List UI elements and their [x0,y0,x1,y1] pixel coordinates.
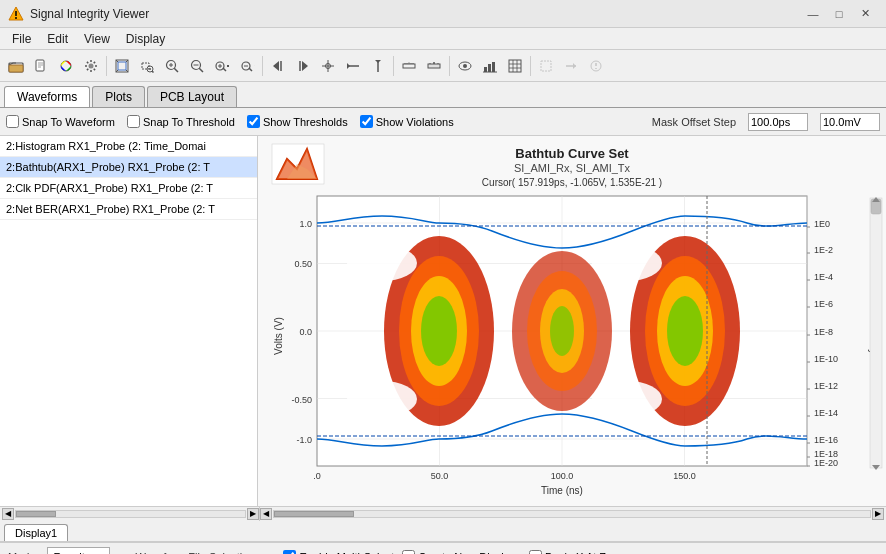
snap-to-waveform-option[interactable]: Snap To Waveform [6,115,115,128]
close-button[interactable]: ✕ [852,4,878,24]
show-violations-option[interactable]: Show Violations [360,115,454,128]
hscroll-plot-left-btn[interactable]: ◀ [260,508,272,520]
toolbar-zoom-out[interactable] [185,54,209,78]
plot-subtitle: SI_AMI_Rx, SI_AMI_Tx [514,162,631,174]
toolbar-disabled1[interactable] [534,54,558,78]
svg-line-23 [174,68,178,72]
mode-select[interactable]: Results Setup [47,547,110,555]
svg-rect-64 [492,62,495,72]
svg-text:1E0: 1E0 [814,219,830,229]
wave-item-bathtub[interactable]: 2:Bathtub(ARX1_Probe) RX1_Probe (2: T [0,157,257,178]
wave-item-histogram[interactable]: 2:Histogram RX1_Probe (2: Time_Domai [0,136,257,157]
tab-waveforms[interactable]: Waveforms [4,86,90,107]
snap-to-threshold-label: Snap To Threshold [143,116,235,128]
toolbar-color[interactable] [54,54,78,78]
app-icon [8,6,24,22]
maximize-button[interactable]: □ [826,4,852,24]
toolbar-open[interactable] [4,54,28,78]
begin-x-zero-label: Begin X At Zero [545,551,622,555]
toolbar-marker-v[interactable] [366,54,390,78]
toolbar-sep1 [106,56,107,76]
show-thresholds-option[interactable]: Show Thresholds [247,115,348,128]
toolbar-zoom-x-in[interactable] [210,54,234,78]
toolbar-zoom-x-out[interactable]: ↔ [235,54,259,78]
svg-line-27 [199,68,203,72]
hscroll-plot-thumb[interactable] [274,511,354,517]
svg-text:1E-16: 1E-16 [814,435,838,445]
mode-label: Mode: [8,551,39,555]
snap-to-waveform-label: Snap To Waveform [22,116,115,128]
svg-point-10 [89,63,94,68]
show-thresholds-checkbox[interactable] [247,115,260,128]
create-new-displays-checkbox[interactable] [402,550,415,554]
hscroll-plot-right-btn[interactable]: ▶ [872,508,884,520]
svg-text:1E-8: 1E-8 [814,327,833,337]
toolbar-zoom-region[interactable] [135,54,159,78]
create-new-displays-option[interactable]: Create New Displays [402,550,521,554]
hscroll-left-btn[interactable]: ◀ [2,508,14,520]
show-violations-label: Show Violations [376,116,454,128]
toolbar-measure1[interactable] [397,54,421,78]
minimize-button[interactable]: — [800,4,826,24]
toolbar-pan-right[interactable] [291,54,315,78]
svg-point-103 [592,381,662,417]
svg-text:0.0: 0.0 [299,327,312,337]
hscroll-left-panel: ◀ ▶ [2,507,260,521]
toolbar-measure2[interactable] [422,54,446,78]
svg-rect-4 [9,65,23,72]
svg-text:1E-14: 1E-14 [814,408,838,418]
toolbar-zoom-fit[interactable] [110,54,134,78]
svg-marker-47 [347,63,350,69]
snap-to-threshold-checkbox[interactable] [127,115,140,128]
toolbar-settings[interactable] [79,54,103,78]
svg-point-101 [347,381,417,417]
svg-text:1E-10: 1E-10 [814,354,838,364]
svg-marker-73 [573,63,576,69]
menu-edit[interactable]: Edit [39,30,76,48]
toolbar-table[interactable] [503,54,527,78]
begin-x-zero-option[interactable]: Begin X At Zero [529,550,622,554]
toolbar-disabled2[interactable] [559,54,583,78]
waveform-file-label: Waveform File Selection: [136,551,258,555]
nav-tabbar: Waveforms Plots PCB Layout [0,82,886,108]
tab-pcb-layout[interactable]: PCB Layout [147,86,237,107]
svg-text:100.0: 100.0 [551,471,574,481]
mask-offset-voltage-input[interactable] [820,113,880,131]
menu-file[interactable]: File [4,30,39,48]
menu-view[interactable]: View [76,30,118,48]
svg-rect-66 [509,60,521,72]
hscroll-right-btn[interactable]: ▶ [247,508,259,520]
svg-text:-0.50: -0.50 [291,395,312,405]
toolbar-disabled3[interactable] [584,54,608,78]
toolbar-zoom-in[interactable] [160,54,184,78]
wave-item-clk-pdf[interactable]: 2:Clk PDF(ARX1_Probe) RX1_Probe (2: T [0,178,257,199]
show-thresholds-label: Show Thresholds [263,116,348,128]
hscroll-left-thumb[interactable] [16,511,56,517]
enable-multi-select-option[interactable]: Enable Multi-Select [283,550,394,554]
tab-plots[interactable]: Plots [92,86,145,107]
wave-item-net-ber[interactable]: 2:Net BER(ARX1_Probe) RX1_Probe (2: T [0,199,257,220]
toolbar-sep4 [449,56,450,76]
toolbar-crosshair[interactable] [316,54,340,78]
toolbar-marker-h[interactable] [341,54,365,78]
svg-rect-62 [484,67,487,72]
hscroll-left-track[interactable] [15,510,246,518]
toolbar-pan-left[interactable] [266,54,290,78]
show-violations-checkbox[interactable] [360,115,373,128]
menu-display[interactable]: Display [118,30,173,48]
toolbar-new[interactable] [29,54,53,78]
display-tab-1[interactable]: Display1 [4,524,68,541]
toolbar-bar[interactable] [478,54,502,78]
svg-text:1E-6: 1E-6 [814,299,833,309]
enable-multi-select-checkbox[interactable] [283,550,296,554]
svg-rect-63 [488,64,491,72]
hscroll-plot-track[interactable] [273,510,871,518]
mask-offset-time-input[interactable] [748,113,808,131]
toolbar-sep3 [393,56,394,76]
svg-rect-5 [36,60,44,71]
snap-to-waveform-checkbox[interactable] [6,115,19,128]
svg-rect-142 [870,198,882,468]
toolbar-eye[interactable] [453,54,477,78]
snap-to-threshold-option[interactable]: Snap To Threshold [127,115,235,128]
begin-x-zero-checkbox[interactable] [529,550,542,554]
